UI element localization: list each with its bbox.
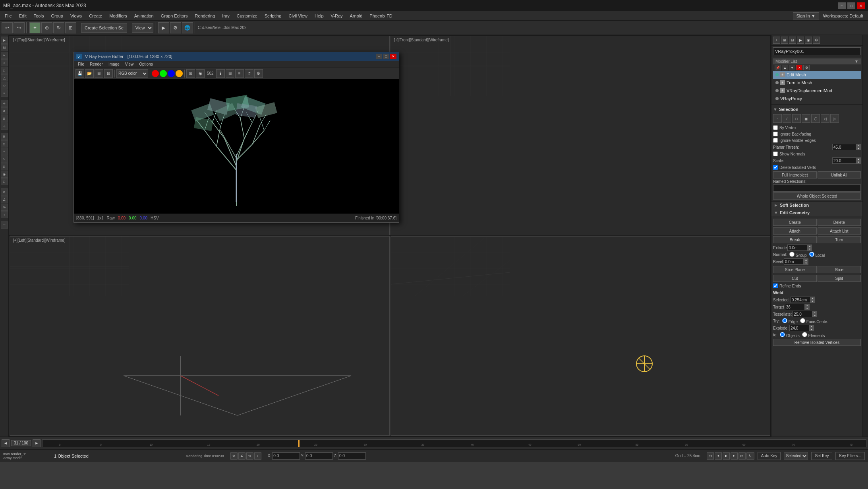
snap-angle-btn[interactable]: ∠ [238,452,246,460]
vray-fb-layer-btn[interactable]: ≡ [235,69,244,78]
vray-fb-reset-btn[interactable]: ↺ [245,69,253,78]
view-dropdown[interactable]: View [132,23,153,33]
object-name-input[interactable] [773,47,861,55]
curve-editor[interactable]: ∿ [1,155,8,163]
z-coord-input[interactable] [338,452,366,460]
viewport-left[interactable]: [+][Left][Standard][Wireframe] [10,236,390,436]
scale-input[interactable] [832,157,856,164]
unlink-all-btn[interactable]: Unlink All [818,171,861,179]
ignore-backfacing-checkbox[interactable] [773,132,778,136]
render-button[interactable]: ▶ [158,22,169,33]
tessellate-down[interactable]: ▼ [812,314,817,317]
explode-input[interactable] [789,325,809,331]
play-prev-btn[interactable]: ⏮ [707,452,714,460]
scale-up[interactable]: ▲ [856,157,861,161]
timeline-track[interactable]: 0 5 10 15 20 25 30 35 40 45 50 55 60 65 … [42,439,866,447]
menu-group[interactable]: Group [48,13,66,19]
create-btn[interactable]: Create [773,219,817,226]
unlink-tool[interactable]: ✂ [1,52,8,59]
material-editor[interactable]: ◉ [1,171,8,178]
vray-fb-copy-btn[interactable]: ⊞ [95,69,103,78]
bevel-up[interactable]: ▲ [804,258,808,262]
minimize-button[interactable]: − [838,2,846,9]
selection-section-header[interactable]: ▼ Selection [773,106,861,113]
vray-fb-load-btn[interactable]: 📂 [85,69,94,78]
bind-tool[interactable]: ○ [1,59,8,66]
mod-delete-button[interactable]: ✕ [796,65,802,70]
modifier-edit-mesh[interactable]: 👁 Edit Mesh [773,71,861,79]
menu-views[interactable]: Views [67,13,85,19]
edge-radio[interactable] [782,318,787,323]
redo-button[interactable]: ↪ [14,22,25,33]
mirror-tool[interactable]: ⊟ [1,133,8,140]
group-radio[interactable] [789,252,795,257]
play-next-btn[interactable]: ⏭ [738,452,746,460]
cut-btn[interactable]: Cut [773,275,817,282]
edit-geometry-header[interactable]: ▼ Edit Geometry [771,209,862,216]
explode-up[interactable]: ▲ [809,325,814,328]
vray-fb-menu-options[interactable]: Options [137,62,155,67]
extrude-up[interactable]: ▲ [807,244,812,248]
mod-up-button[interactable]: ▲ [782,65,788,70]
planar-thresh-input[interactable] [832,144,856,150]
snap-percent-btn[interactable]: % [246,452,253,460]
link-tool[interactable]: ⛓ [1,44,8,51]
layer-tool[interactable]: ≡ [1,148,8,155]
soft-selection-header[interactable]: ► Soft Selection [771,202,862,209]
panel-icon-create[interactable]: + [773,37,780,44]
mod-down-button[interactable]: ▼ [789,65,795,70]
place-tool[interactable]: ⊹ [1,122,8,130]
refine-ends-checkbox[interactable] [773,283,778,288]
face-center-radio[interactable] [800,318,805,323]
loop-btn[interactable]: ↻ [746,452,754,460]
vray-fb-maximize[interactable]: □ [383,54,389,59]
sel-element-btn[interactable]: ⬡ [811,114,820,123]
sel-polygon-btn[interactable]: ◼ [802,114,810,123]
spinner-snap[interactable]: ↕ [1,211,8,218]
menu-tools[interactable]: Tools [31,13,47,19]
show-normals-checkbox[interactable] [773,151,778,156]
menu-animation[interactable]: Animation [131,13,157,19]
objects-radio[interactable] [780,332,785,337]
select-tool[interactable]: ▶ [1,37,8,44]
move-button[interactable]: ⊕ [41,22,52,33]
vray-fb-stereo-btn[interactable]: ⊟ [226,69,234,78]
delete-btn[interactable]: Delete [818,219,861,226]
menu-customize[interactable]: Customize [234,13,261,19]
vray-fb-minimize[interactable]: − [376,54,382,59]
planar-thresh-up[interactable]: ▲ [856,144,861,147]
timeline-next-btn[interactable]: ► [33,439,41,447]
scale-button[interactable]: ⊞ [65,22,76,33]
snap-toggle[interactable]: ⊕ [1,188,8,196]
menu-modifiers[interactable]: Modifiers [106,13,130,19]
prev-frame-btn[interactable]: ◄ [715,452,722,460]
vray-fb-red-channel[interactable] [152,70,159,77]
menu-help[interactable]: Help [311,13,327,19]
shape-merge[interactable]: □ [1,67,8,74]
next-frame-btn[interactable]: ► [731,452,738,460]
planar-thresh-down[interactable]: ▼ [856,147,861,150]
turn-btn[interactable]: Turn [818,236,861,243]
menu-rendering[interactable]: Rendering [192,13,218,19]
snap-spinner-btn[interactable]: ↕ [254,452,261,460]
panel-icon-hierarchy[interactable]: ⊟ [789,37,796,44]
set-key-btn[interactable]: Set Key [811,452,832,460]
render-explorer[interactable]: ⊡ [1,178,8,185]
vray-fb-menu-render[interactable]: Render [87,62,105,67]
viewport-perspective[interactable] [391,236,771,436]
slice-btn[interactable]: Slice [818,266,861,273]
attach-list-btn[interactable]: Attach List [818,227,861,235]
sel-back-btn[interactable]: ◁ [821,114,829,123]
timeline-prev-btn[interactable]: ◄ [2,439,10,447]
align-tool[interactable]: ⊞ [1,140,8,147]
render-setup-button[interactable]: ⚙ [170,22,181,33]
vray-fb-menu-image[interactable]: Image [106,62,122,67]
attach-btn[interactable]: Attach [773,227,817,235]
mod-pin-button[interactable]: 📌 [775,65,781,70]
tessellate-up[interactable]: ▲ [812,311,817,314]
local-radio[interactable] [809,252,814,257]
mod-config-button[interactable]: ⚙ [803,65,810,70]
tessellate-input[interactable] [793,311,812,317]
vray-fb-blue-channel[interactable] [168,70,175,77]
menu-create[interactable]: Create [86,13,105,19]
